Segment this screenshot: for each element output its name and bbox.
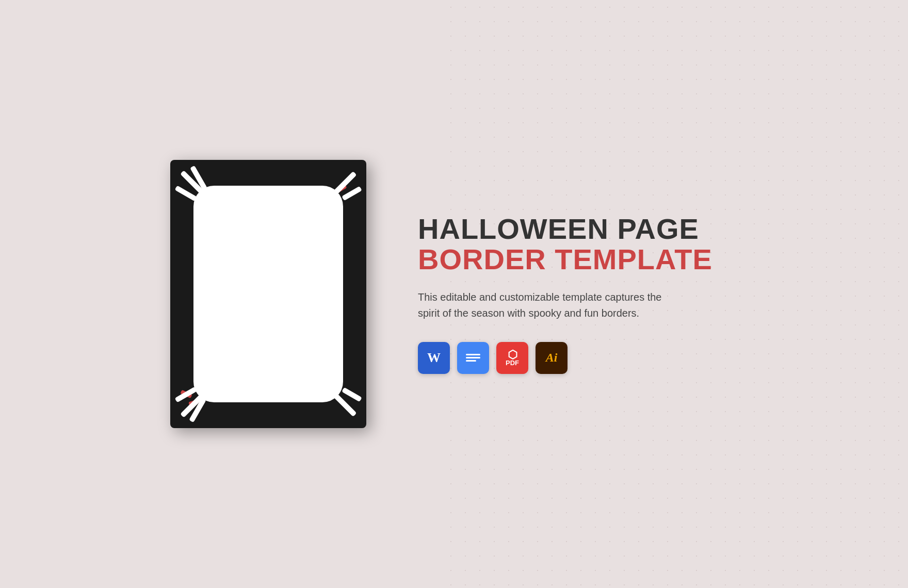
app-icons-row: W ⬡ PDF Ai xyxy=(418,342,738,374)
google-docs-icon[interactable] xyxy=(457,342,489,374)
docs-line-3 xyxy=(466,360,476,362)
template-preview xyxy=(170,160,366,428)
docs-lines xyxy=(466,354,480,362)
word-icon[interactable]: W xyxy=(418,342,450,374)
pdf-text-label: PDF xyxy=(506,360,519,366)
description-text: This editable and customizable template … xyxy=(418,289,666,321)
inner-white-page xyxy=(193,186,343,402)
text-content: HALLOWEEN PAGE BORDER TEMPLATE This edit… xyxy=(418,214,738,374)
title-line1: HALLOWEEN PAGE xyxy=(418,214,738,244)
pdf-label: ⬡ PDF xyxy=(506,349,519,366)
docs-line-2 xyxy=(466,357,480,358)
ai-label: Ai xyxy=(546,351,558,365)
title-line2: BORDER TEMPLATE xyxy=(418,244,738,275)
adobe-illustrator-icon[interactable]: Ai xyxy=(536,342,568,374)
main-container: HALLOWEEN PAGE BORDER TEMPLATE This edit… xyxy=(0,129,908,459)
docs-line-1 xyxy=(466,354,480,355)
white-stroke-br-2 xyxy=(342,387,362,402)
word-letter: W xyxy=(427,350,441,366)
adobe-pdf-icon[interactable]: ⬡ PDF xyxy=(496,342,528,374)
